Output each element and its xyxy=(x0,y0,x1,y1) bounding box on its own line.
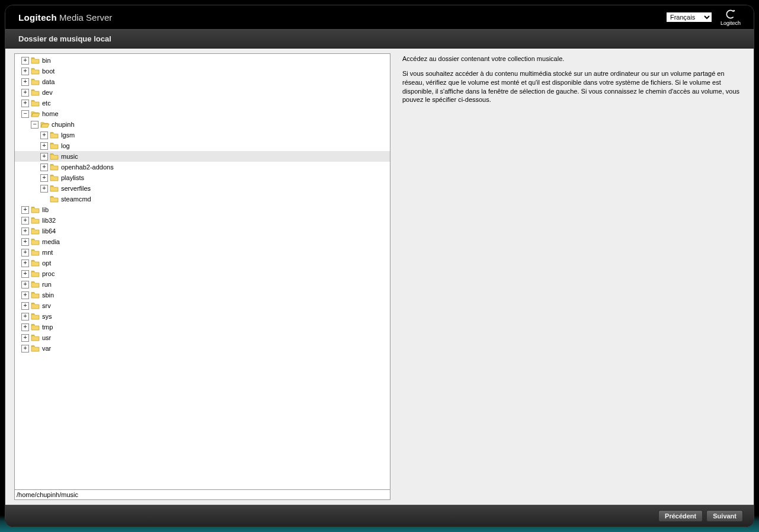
folder-closed-icon xyxy=(50,185,59,192)
tree-node-mnt[interactable]: +mnt xyxy=(15,247,390,258)
folder-label: opt xyxy=(41,259,51,267)
folder-closed-icon xyxy=(31,313,40,320)
expand-icon[interactable]: + xyxy=(21,291,29,299)
expand-icon[interactable]: + xyxy=(21,57,29,65)
previous-button[interactable]: Précédent xyxy=(658,510,703,522)
path-input[interactable] xyxy=(14,490,390,500)
folder-closed-icon xyxy=(31,217,40,224)
expand-icon[interactable]: + xyxy=(21,270,29,278)
folder-label: openhab2-addons xyxy=(60,164,114,171)
next-button[interactable]: Suivant xyxy=(706,510,743,522)
tree-node-run[interactable]: +run xyxy=(15,279,390,290)
expand-icon[interactable]: + xyxy=(21,302,29,310)
brand-bold: Logitech xyxy=(18,12,57,23)
folder-closed-icon xyxy=(50,196,59,203)
folder-open-icon xyxy=(40,121,49,128)
expand-icon[interactable]: + xyxy=(21,217,29,225)
tree-node-home[interactable]: −home xyxy=(15,108,390,119)
folder-closed-icon xyxy=(31,345,40,352)
folder-label: boot xyxy=(41,68,55,75)
expand-icon[interactable]: + xyxy=(21,68,29,75)
expand-icon[interactable]: + xyxy=(21,238,29,246)
tree-node-music[interactable]: +music xyxy=(15,151,390,162)
expand-icon[interactable]: + xyxy=(21,249,29,257)
folder-closed-icon xyxy=(31,270,40,277)
tree-node-playlists[interactable]: +playlists xyxy=(15,172,390,183)
language-select[interactable]: Français xyxy=(666,12,712,23)
expand-icon[interactable]: + xyxy=(40,132,48,139)
expand-icon[interactable]: + xyxy=(21,313,29,321)
folder-closed-icon xyxy=(31,78,40,85)
expand-icon[interactable]: + xyxy=(21,281,29,289)
footer-bar: Précédent Suivant xyxy=(5,505,754,527)
tree-node-data[interactable]: +data xyxy=(15,76,390,87)
tree-node-etc[interactable]: +etc xyxy=(15,98,390,108)
tree-node-log[interactable]: +log xyxy=(15,140,390,151)
expand-icon[interactable]: + xyxy=(21,206,29,214)
tree-node-lib[interactable]: +lib xyxy=(15,204,390,215)
folder-label: playlists xyxy=(60,174,84,181)
expand-icon[interactable]: + xyxy=(40,174,48,182)
folder-closed-icon xyxy=(31,302,40,309)
folder-label: sys xyxy=(41,313,52,320)
folder-label: serverfiles xyxy=(60,185,91,192)
folder-closed-icon xyxy=(31,227,40,235)
expand-icon[interactable]: + xyxy=(21,345,29,352)
folder-closed-icon xyxy=(50,132,59,139)
tree-node-lgsm[interactable]: +lgsm xyxy=(15,130,390,140)
tree-node-serverfiles[interactable]: +serverfiles xyxy=(15,183,390,194)
collapse-icon[interactable]: − xyxy=(21,110,29,118)
folder-label: srv xyxy=(41,302,51,309)
folder-closed-icon xyxy=(50,142,59,149)
expand-icon[interactable]: + xyxy=(40,142,48,150)
expand-icon[interactable]: + xyxy=(21,227,29,235)
folder-label: home xyxy=(41,110,59,117)
expand-icon[interactable]: + xyxy=(21,89,29,97)
expand-icon[interactable]: + xyxy=(40,164,48,171)
tree-node-steamcmd[interactable]: steamcmd xyxy=(15,194,390,204)
tree-node-sys[interactable]: +sys xyxy=(15,311,390,322)
tree-node-proc[interactable]: +proc xyxy=(15,268,390,279)
expand-icon[interactable]: + xyxy=(21,323,29,331)
tree-node-lib32[interactable]: +lib32 xyxy=(15,215,390,226)
tree-node-usr[interactable]: +usr xyxy=(15,332,390,343)
folder-label: tmp xyxy=(41,323,53,331)
tree-node-srv[interactable]: +srv xyxy=(15,300,390,311)
expand-icon[interactable]: + xyxy=(40,185,48,193)
brand: Logitech Media Server xyxy=(18,12,112,23)
tree-node-lib64[interactable]: +lib64 xyxy=(15,226,390,236)
folder-closed-icon xyxy=(31,57,40,64)
expand-icon[interactable]: + xyxy=(21,100,29,107)
collapse-icon[interactable]: − xyxy=(31,121,39,129)
page-title-bar: Dossier de musique local xyxy=(5,29,754,49)
tree-node-opt[interactable]: +opt xyxy=(15,258,390,268)
expand-icon[interactable]: + xyxy=(21,259,29,267)
folder-label: run xyxy=(41,281,52,288)
folder-label: data xyxy=(41,78,55,85)
tree-node-chupinh[interactable]: −chupinh xyxy=(15,119,390,130)
folder-label: usr xyxy=(41,334,51,341)
folder-label: lib xyxy=(41,206,49,213)
toggle-spacer xyxy=(40,196,48,203)
tree-node-media[interactable]: +media xyxy=(15,236,390,247)
left-column: +bin+boot+data+dev+etc−home−chupinh+lgsm… xyxy=(14,53,390,500)
tree-node-sbin[interactable]: +sbin xyxy=(15,290,390,300)
folder-label: dev xyxy=(41,89,53,96)
expand-icon[interactable]: + xyxy=(40,153,48,161)
logitech-logo: Logitech xyxy=(720,8,741,26)
folder-label: media xyxy=(41,238,60,245)
tree-node-boot[interactable]: +boot xyxy=(15,66,390,76)
folder-tree[interactable]: +bin+boot+data+dev+etc−home−chupinh+lgsm… xyxy=(14,53,390,490)
folder-label: var xyxy=(41,345,51,352)
tree-node-dev[interactable]: +dev xyxy=(15,87,390,98)
tree-node-var[interactable]: +var xyxy=(15,343,390,354)
expand-icon[interactable]: + xyxy=(21,78,29,86)
app-frame: Logitech Media Server Français Logitech … xyxy=(5,5,754,527)
folder-open-icon xyxy=(31,110,40,117)
folder-label: etc xyxy=(41,100,51,107)
tree-node-bin[interactable]: +bin xyxy=(15,55,390,66)
tree-node-openhab2-addons[interactable]: +openhab2-addons xyxy=(15,162,390,172)
instructions-panel: Accédez au dossier contenant votre colle… xyxy=(390,49,754,505)
expand-icon[interactable]: + xyxy=(21,334,29,342)
tree-node-tmp[interactable]: +tmp xyxy=(15,322,390,332)
